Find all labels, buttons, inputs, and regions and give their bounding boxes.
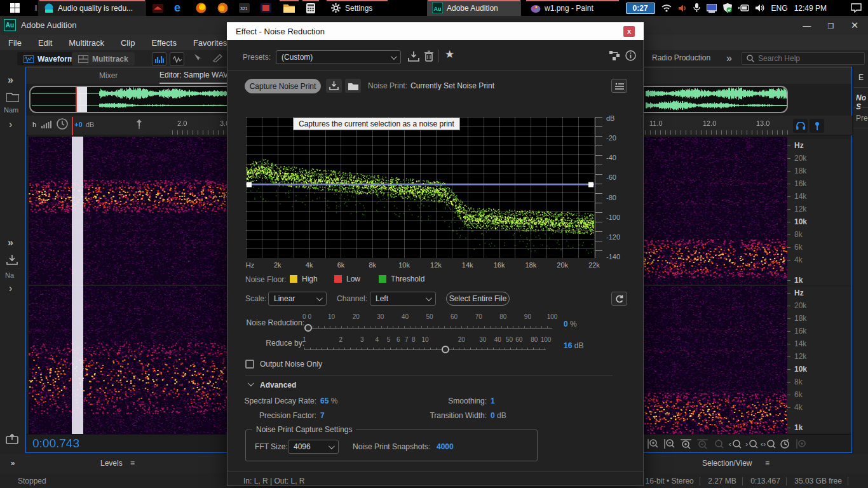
speaker-app-icon[interactable] [678, 4, 687, 13]
menu-item[interactable]: Edit [30, 38, 60, 48]
advanced-chevron-icon[interactable] [248, 379, 252, 388]
panel-expand-chevrons-icon[interactable]: » [8, 74, 13, 86]
taskbar-explorer[interactable] [278, 0, 300, 16]
workspace-label[interactable]: Radio Production [652, 53, 710, 62]
zoom-in-vertical-icon[interactable] [644, 436, 661, 451]
snapshots-value[interactable]: 4000 [437, 442, 454, 451]
refresh-timer-icon[interactable] [776, 436, 793, 451]
nr-slider-track[interactable] [307, 328, 552, 329]
capture-noise-print-button[interactable]: Capture Noise Print [245, 79, 321, 93]
transition-width-value[interactable]: 0 dB [491, 411, 506, 420]
waveform-display-button[interactable] [170, 52, 184, 66]
workspace-chevrons-icon[interactable]: » [726, 53, 732, 64]
spectrogram-right-ch2[interactable] [644, 286, 787, 434]
taskbar-pinned-edge[interactable]: e [169, 0, 186, 16]
zoom-selection-out-icon[interactable]: › [743, 436, 760, 451]
zoom-in-horizontal-icon[interactable] [677, 436, 694, 451]
save-noise-print-button[interactable] [326, 79, 342, 93]
taskbar-pinned-kmplayer[interactable]: 321 [234, 0, 255, 16]
pin-icon[interactable] [135, 119, 143, 129]
zoom-out-vertical-icon[interactable] [661, 436, 677, 451]
spectral-decay-value[interactable]: 65 % [320, 396, 337, 405]
delete-preset-icon[interactable] [424, 50, 433, 62]
taskbar-settings[interactable]: Settings [325, 0, 389, 16]
overview-selection-handle[interactable] [76, 87, 87, 112]
zoom-to-selection-icon[interactable]: ‹› [760, 436, 776, 451]
rail-chevron2-icon[interactable]: › [9, 283, 12, 294]
spectral-display-button[interactable] [152, 52, 166, 66]
presets-dropdown[interactable]: (Custom) [276, 50, 401, 64]
zoom-out-horizontal-icon[interactable] [694, 436, 710, 451]
menu-item[interactable]: Clip [112, 38, 143, 48]
export-icon[interactable] [6, 255, 18, 265]
metronome-pin-button[interactable] [810, 119, 824, 133]
nr-value[interactable]: 0 % [564, 320, 577, 329]
tab-levels[interactable]: Levels [100, 459, 123, 468]
zoom-vertical-alt-icon[interactable] [793, 436, 810, 451]
rb-slider-track[interactable] [304, 349, 546, 350]
time-selection-region[interactable] [72, 137, 83, 434]
taskbar-browser-tab[interactable]: Audio quality is redu... [38, 0, 146, 16]
clock-icon[interactable] [57, 118, 68, 130]
wifi-icon[interactable] [661, 4, 672, 12]
favorite-star-icon[interactable]: ★ [445, 48, 454, 61]
levels-chevrons-icon[interactable]: » [11, 459, 15, 468]
rb-value[interactable]: 16 dB [564, 341, 583, 350]
info-icon[interactable] [625, 50, 636, 61]
spectrogram-left-ch2[interactable] [29, 286, 227, 434]
advanced-label[interactable]: Advanced [260, 381, 296, 390]
rail-chevron-icon[interactable]: › [9, 119, 12, 130]
spectrogram-right-ch1[interactable] [644, 137, 787, 285]
tab-mixer[interactable]: Mixer [99, 67, 118, 84]
power-plug-icon[interactable] [738, 4, 749, 11]
razor-tool-icon[interactable] [213, 53, 222, 62]
smoothing-value[interactable]: 1 [491, 396, 495, 405]
start-button[interactable] [1, 0, 28, 16]
move-tool-icon[interactable] [194, 53, 204, 62]
tab-selection-view[interactable]: Selection/View [702, 459, 752, 468]
precision-factor-value[interactable]: 7 [320, 411, 325, 420]
zoom-selection-in-icon[interactable]: ‹ [727, 436, 743, 451]
scale-dropdown[interactable]: Linear [268, 292, 327, 306]
levels-menu-icon[interactable]: ≡ [130, 459, 135, 468]
gain-hot-text[interactable]: +0 [74, 121, 83, 128]
select-entire-file-button[interactable]: Select Entire File [446, 292, 510, 306]
fft-size-dropdown[interactable]: 4096 [288, 440, 339, 454]
tray-language[interactable]: ENG [771, 4, 788, 13]
maximize-button[interactable]: ❒ [820, 22, 841, 30]
taskbar-audition[interactable]: Au Adobe Audition [427, 0, 521, 16]
reset-icon[interactable] [611, 292, 627, 306]
noise-floor-graph[interactable] [246, 117, 594, 258]
waveform-overview-left-canvas[interactable] [32, 87, 229, 112]
routing-icon[interactable] [609, 51, 620, 60]
time-display[interactable]: 0:00.743 [32, 437, 79, 451]
meter-icon[interactable] [41, 121, 51, 128]
search-help-box[interactable] [742, 52, 865, 65]
menu-item[interactable]: Multitrack [60, 38, 112, 48]
taskbar-pinned-firefox[interactable] [191, 0, 212, 16]
files-folder-icon[interactable] [6, 92, 19, 102]
timer-badge[interactable]: 0:27 [626, 3, 655, 14]
taskbar-pinned-app[interactable] [255, 0, 276, 16]
taskbar-paint[interactable]: w1.png - Paint [525, 0, 620, 16]
graph-options-menu-icon[interactable] [611, 79, 627, 93]
multitrack-view-button[interactable]: Multitrack [72, 52, 135, 65]
panel-expand-chevrons2-icon[interactable]: » [8, 237, 13, 248]
close-button[interactable]: ✕ [844, 20, 865, 31]
tray-clock[interactable]: 12:49 PM [794, 4, 827, 13]
channel-dropdown[interactable]: Left [370, 292, 436, 306]
taskbar-pinned-firefox2[interactable] [212, 0, 233, 16]
time-format-label[interactable]: h [32, 121, 36, 128]
taskbar-pinned-media[interactable] [147, 0, 168, 16]
nr-slider-knob[interactable] [304, 324, 312, 332]
menu-item[interactable]: File [0, 38, 30, 48]
menu-item[interactable]: Effects [143, 38, 185, 48]
zoom-reset-icon[interactable] [710, 436, 727, 451]
load-noise-print-button[interactable] [345, 79, 361, 93]
defender-icon[interactable] [723, 3, 732, 13]
display-icon[interactable] [707, 4, 717, 13]
spectrogram-left-ch1[interactable] [29, 137, 227, 285]
dialog-titlebar[interactable]: Effect - Noise Reduction x [227, 22, 644, 40]
headphone-monitor-button[interactable] [793, 119, 808, 133]
loop-export-icon[interactable] [6, 434, 18, 444]
